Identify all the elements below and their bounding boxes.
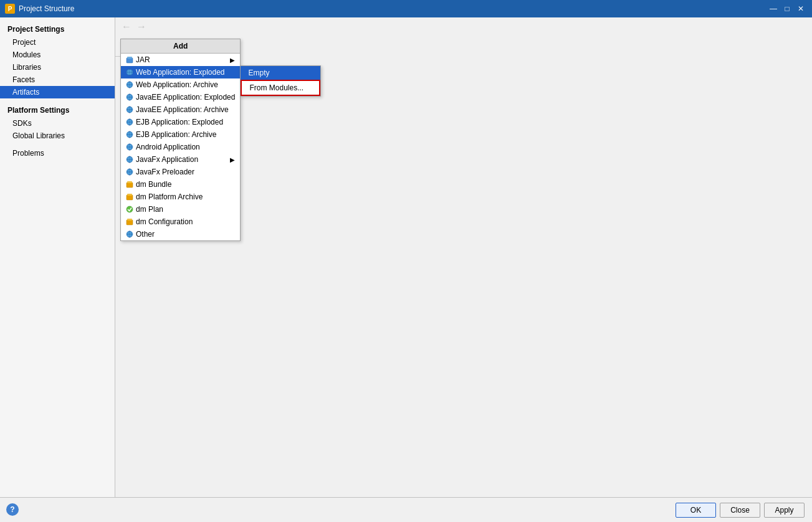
other-icon xyxy=(125,229,135,239)
svg-rect-43 xyxy=(127,220,133,225)
sidebar-divider xyxy=(0,98,115,103)
jar-icon xyxy=(125,55,135,65)
svg-rect-41 xyxy=(127,194,132,196)
dropdown-item-dm-config[interactable]: dm Configuration xyxy=(121,216,240,228)
svg-rect-1 xyxy=(127,57,132,59)
dialog-body: Project Settings Project Modules Librari… xyxy=(0,17,812,522)
dm-plan-icon xyxy=(125,204,135,214)
android-icon xyxy=(125,142,135,152)
dropdown-item-web-exploded[interactable]: Web Application: Exploded Empty From Mod… xyxy=(121,66,240,78)
add-menu-container: + — ⧉ Add JAR ▶ xyxy=(115,39,237,497)
submenu-item-empty[interactable]: Empty xyxy=(241,66,320,80)
artifact-list-area: + — ⧉ Add JAR ▶ xyxy=(115,36,812,497)
app-icon: P xyxy=(5,4,15,14)
dropdown-item-web-archive[interactable]: Web Application: Archive xyxy=(121,78,240,91)
dropdown-item-javafx[interactable]: JavaFx Application ▶ xyxy=(121,153,240,166)
dropdown-item-android[interactable]: Android Application xyxy=(121,141,240,153)
minimize-button[interactable]: — xyxy=(767,2,780,15)
javafx-arrow: ▶ xyxy=(230,156,235,163)
dropdown-item-dm-platform-archive[interactable]: dm Platform Archive xyxy=(121,191,240,203)
svg-rect-40 xyxy=(127,195,133,200)
project-settings-header: Project Settings xyxy=(0,22,115,36)
sidebar-item-modules[interactable]: Modules xyxy=(0,49,115,61)
dm-config-icon xyxy=(125,217,135,227)
svg-rect-39 xyxy=(127,181,132,183)
sidebar-item-sdks[interactable]: SDKs xyxy=(0,117,115,130)
sidebar-divider2 xyxy=(0,142,115,147)
svg-rect-44 xyxy=(127,219,132,221)
sidebar-item-project[interactable]: Project xyxy=(0,36,115,49)
svg-rect-0 xyxy=(127,58,133,63)
sidebar-item-problems[interactable]: Problems xyxy=(0,147,115,159)
bottom-bar: OK Close Apply xyxy=(0,497,812,522)
dropdown-item-ejb-exploded[interactable]: EJB Application: Exploded xyxy=(121,116,240,128)
web-exploded-icon xyxy=(125,67,135,77)
sidebar: Project Settings Project Modules Librari… xyxy=(0,17,115,497)
back-arrow[interactable]: ← xyxy=(120,21,133,32)
dropdown-item-dm-bundle[interactable]: dm Bundle xyxy=(121,178,240,191)
dropdown-item-dm-plan[interactable]: dm Plan xyxy=(121,203,240,216)
jar-arrow: ▶ xyxy=(230,57,235,64)
ok-button[interactable]: OK xyxy=(676,503,716,518)
navigation-bar: ← → xyxy=(115,17,812,36)
dm-platform-archive-icon xyxy=(125,192,135,202)
forward-arrow[interactable]: → xyxy=(135,21,148,32)
apply-button[interactable]: Apply xyxy=(764,503,805,518)
main-panel: ← → + — ⧉ Add xyxy=(115,17,812,497)
dropdown-item-ejb-archive[interactable]: EJB Application: Archive xyxy=(121,128,240,141)
dialog-title: Project Structure xyxy=(19,4,767,13)
submenu-item-from-modules[interactable]: From Modules... xyxy=(241,80,320,96)
dm-bundle-icon xyxy=(125,179,135,189)
title-bar: P Project Structure — □ ✕ xyxy=(0,0,812,17)
dropdown-item-javafx-preloader[interactable]: JavaFx Preloader xyxy=(121,166,240,178)
dropdown-item-jar[interactable]: JAR ▶ xyxy=(121,54,240,66)
help-icon[interactable]: ? xyxy=(6,503,19,516)
javafx-preloader-icon xyxy=(125,167,135,177)
close-button-bottom[interactable]: Close xyxy=(720,503,760,518)
dropdown-item-javaee-archive[interactable]: JavaEE Application: Archive xyxy=(121,103,240,116)
close-button[interactable]: ✕ xyxy=(795,2,807,15)
platform-settings-header: Platform Settings xyxy=(0,103,115,117)
web-exploded-submenu: Empty From Modules... xyxy=(240,65,321,97)
window-controls: — □ ✕ xyxy=(767,2,807,15)
dropdown-header: Add xyxy=(121,39,240,54)
dropdown-item-javaee-exploded[interactable]: JavaEE Application: Exploded xyxy=(121,91,240,103)
ejb-archive-icon xyxy=(125,130,135,140)
javaee-exploded-icon xyxy=(125,92,135,102)
content-area: Project Settings Project Modules Librari… xyxy=(0,17,812,497)
svg-point-42 xyxy=(127,206,133,212)
add-dropdown: Add JAR ▶ xyxy=(120,39,241,241)
sidebar-item-facets[interactable]: Facets xyxy=(0,74,115,86)
javaee-archive-icon xyxy=(125,105,135,115)
ejb-exploded-icon xyxy=(125,117,135,127)
svg-rect-38 xyxy=(127,183,133,187)
sidebar-item-libraries[interactable]: Libraries xyxy=(0,61,115,74)
sidebar-item-artifacts[interactable]: Artifacts xyxy=(0,86,115,98)
javafx-icon xyxy=(125,154,135,164)
web-archive-icon xyxy=(125,80,135,90)
sidebar-item-global-libraries[interactable]: Global Libraries xyxy=(0,130,115,142)
maximize-button[interactable]: □ xyxy=(781,2,793,15)
dropdown-item-other[interactable]: Other xyxy=(121,228,240,240)
